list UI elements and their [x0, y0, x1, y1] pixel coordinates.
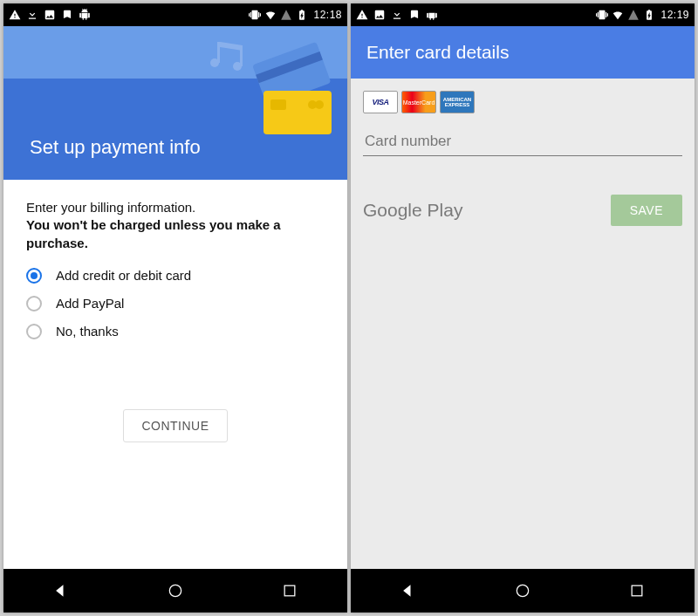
no-sim-icon: [627, 9, 640, 21]
warning-icon: [9, 9, 21, 21]
status-bar: 12:19: [351, 3, 695, 26]
billing-content: Enter your billing information. You won'…: [3, 180, 347, 442]
mastercard-logo: MasterCard: [401, 91, 436, 113]
battery-charging-icon: [296, 9, 308, 21]
card-form: VISA MasterCard AMERICAN EXPRESS Google …: [351, 79, 695, 226]
image-icon: [373, 9, 386, 21]
download-icon: [26, 9, 38, 21]
install-icon: [61, 9, 73, 21]
android-icon: [79, 9, 91, 21]
image-icon: [44, 9, 56, 21]
svg-point-12: [517, 585, 528, 596]
google-play-branding: Google Play: [363, 200, 462, 221]
wifi-icon: [264, 9, 277, 21]
recents-button[interactable]: [263, 582, 316, 599]
home-button[interactable]: [149, 582, 202, 599]
credit-cards-illustration: [234, 42, 339, 141]
svg-rect-7: [270, 99, 286, 110]
vibrate-icon: [249, 9, 261, 21]
status-bar: 12:18: [3, 3, 347, 26]
radio-icon: [26, 296, 42, 311]
phone-right: 12:19 Enter card details VISA MasterCard…: [351, 3, 695, 613]
continue-button[interactable]: CONTINUE: [123, 409, 227, 442]
download-icon: [391, 9, 403, 21]
option-label: Add credit or debit card: [56, 268, 191, 283]
option-label: No, thanks: [56, 324, 119, 339]
clock: 12:18: [313, 9, 342, 21]
intro-text: Enter your billing information. You won'…: [26, 199, 325, 252]
svg-rect-11: [284, 585, 295, 596]
card-number-input[interactable]: [363, 127, 682, 156]
clock: 12:19: [660, 9, 689, 21]
svg-rect-6: [263, 91, 332, 134]
option-no-thanks[interactable]: No, thanks: [26, 324, 325, 339]
page-title: Set up payment info: [30, 136, 201, 159]
option-label: Add PayPal: [56, 296, 124, 311]
back-button[interactable]: [382, 582, 435, 599]
page-title: Enter card details: [366, 42, 509, 63]
wifi-icon: [612, 9, 624, 21]
svg-point-9: [308, 100, 317, 109]
android-nav-bar: [3, 569, 347, 613]
visa-logo: VISA: [363, 91, 398, 113]
option-add-paypal[interactable]: Add PayPal: [26, 296, 325, 311]
option-add-card[interactable]: Add credit or debit card: [26, 268, 325, 284]
home-button[interactable]: [496, 582, 549, 599]
phone-left: 12:18: [3, 3, 347, 613]
hero-banner: Set up payment info: [3, 26, 347, 180]
warning-icon: [356, 9, 368, 21]
android-icon: [426, 9, 438, 21]
install-icon: [408, 9, 421, 21]
svg-rect-1: [217, 42, 220, 63]
battery-charging-icon: [643, 9, 655, 21]
app-bar: Enter card details: [351, 26, 695, 79]
amex-logo: AMERICAN EXPRESS: [440, 91, 475, 113]
radio-icon: [26, 268, 42, 284]
svg-point-10: [169, 585, 181, 596]
svg-rect-13: [632, 585, 642, 596]
save-button[interactable]: SAVE: [611, 195, 682, 226]
back-button[interactable]: [35, 582, 87, 599]
no-sim-icon: [280, 9, 292, 21]
radio-icon: [26, 324, 42, 339]
payment-options: Add credit or debit card Add PayPal No, …: [26, 268, 325, 339]
recents-button[interactable]: [611, 582, 663, 599]
card-brand-logos: VISA MasterCard AMERICAN EXPRESS: [363, 91, 682, 113]
vibrate-icon: [596, 9, 608, 21]
android-nav-bar: [351, 569, 695, 613]
